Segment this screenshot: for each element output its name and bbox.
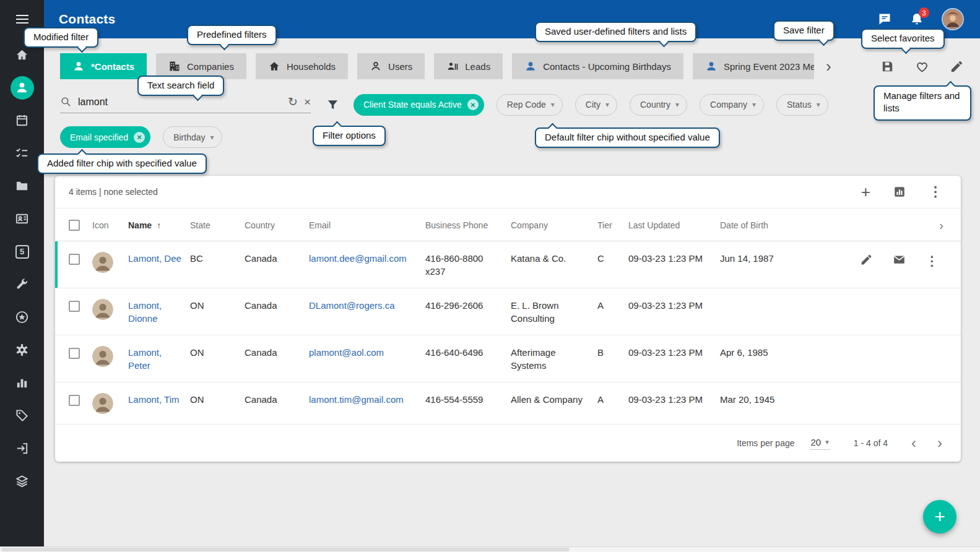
chip-label: Rep Code [507, 100, 546, 110]
sidebar-item-sign-in[interactable] [0, 432, 44, 465]
cell-phone: 416-554-5559 [425, 382, 511, 425]
tab-saved-upcoming-birthdays[interactable]: Contacts - Upcoming Birthdays [512, 53, 683, 79]
tab-households[interactable]: Households [256, 53, 348, 79]
add-contact-fab[interactable]: + [923, 500, 956, 533]
contact-card-icon [15, 212, 29, 226]
callout-manage-filters: Manage filters and lists [874, 85, 971, 121]
column-header-email[interactable]: Email [309, 209, 425, 241]
tab-users[interactable]: Users [357, 53, 425, 79]
refresh-icon[interactable]: ↻ [288, 96, 298, 108]
table-menu-kebab-icon[interactable]: ⋮ [929, 184, 942, 200]
table-row[interactable]: Lamont, Dee BC Canada lamont.dee@gmail.c… [55, 241, 961, 288]
column-header-dob[interactable]: Date of Birth [720, 209, 799, 241]
callout-filter-options: Filter options [313, 126, 386, 146]
person-icon [72, 60, 85, 72]
contact-name-link[interactable]: Lamont, Tim [128, 394, 180, 405]
sidebar-item-settings[interactable] [0, 334, 44, 366]
manage-filters-pencil-icon[interactable] [950, 59, 964, 74]
filter-funnel-icon[interactable] [326, 98, 340, 112]
contact-email-link[interactable]: plamont@aol.com [309, 347, 384, 358]
contact-name-link[interactable]: Lamont, Dee [128, 253, 181, 264]
notifications-bell-icon[interactable]: 3 [909, 12, 924, 27]
save-filter-icon[interactable] [880, 59, 895, 74]
insert-chart-icon[interactable] [893, 185, 906, 199]
sidebar-item-contact-cards[interactable] [0, 202, 44, 235]
table-row[interactable]: Lamont, Tim ON Canada lamont.tim@gmail.c… [55, 382, 961, 425]
sidebar-item-calendar[interactable] [0, 104, 44, 137]
layers-icon [15, 474, 29, 488]
cell-last-updated: 09-03-23 1:23 PM [628, 288, 720, 335]
next-page-icon[interactable]: › [937, 436, 942, 451]
row-checkbox[interactable] [69, 348, 80, 359]
remove-chip-icon[interactable]: × [467, 99, 479, 110]
sidebar-item-notes[interactable]: 5 [0, 235, 44, 268]
remove-chip-icon[interactable]: × [134, 132, 145, 143]
tab-saved-spring-event[interactable]: Spring Event 2023 Me [693, 53, 814, 79]
row-menu-kebab-icon[interactable]: ⋮ [926, 252, 939, 270]
row-checkbox[interactable] [69, 254, 80, 265]
tab-leads[interactable]: Leads [434, 53, 503, 79]
contact-email-link[interactable]: lamont.tim@gmail.com [309, 394, 404, 405]
sidebar-item-tools[interactable] [0, 268, 44, 301]
filter-chip-country[interactable]: Country ▾ [630, 94, 687, 116]
items-per-page-select[interactable]: 20 ▾ [810, 437, 830, 450]
row-checkbox[interactable] [69, 301, 80, 312]
selection-summary: 4 items | none selected [69, 187, 158, 197]
contact-name-link[interactable]: Lamont, Dionne [128, 300, 162, 324]
callout-text: Modified filter [33, 32, 89, 42]
column-header-company[interactable]: Company [511, 209, 597, 241]
filter-actions [880, 59, 964, 74]
sidebar-item-layers[interactable] [0, 465, 44, 498]
column-header-phone[interactable]: Business Phone [425, 209, 511, 241]
callout-text: Text search field [147, 80, 214, 90]
favorites-heart-icon[interactable] [915, 59, 929, 74]
column-header-last-updated[interactable]: Last Updated [628, 209, 720, 241]
search-input[interactable] [78, 97, 282, 108]
sidebar-item-tags[interactable] [0, 399, 44, 432]
user-avatar[interactable] [942, 8, 964, 30]
more-columns-chevron-icon[interactable]: › [799, 209, 961, 241]
send-email-envelope-icon[interactable] [893, 253, 906, 269]
column-header-name[interactable]: Name↑ [128, 209, 190, 241]
star-circle-icon [15, 310, 29, 324]
cell-company: Katana & Co. [511, 241, 597, 288]
filter-chip-rep-code[interactable]: Rep Code ▾ [497, 94, 563, 116]
sidebar-item-documents[interactable] [0, 170, 44, 202]
table-row[interactable]: Lamont, Dionne ON Canada DLamont@rogers.… [55, 288, 961, 335]
filter-chip-birthday[interactable]: Birthday ▾ [163, 126, 222, 148]
contact-name-link[interactable]: Lamont, Peter [128, 347, 162, 371]
chat-icon[interactable] [877, 12, 892, 27]
cell-tier: A [597, 382, 628, 425]
filter-chip-email-specified[interactable]: Email specified × [60, 126, 150, 148]
contact-email-link[interactable]: DLamont@rogers.ca [309, 300, 395, 311]
edit-pencil-icon[interactable] [860, 253, 873, 269]
row-checkbox[interactable] [69, 395, 80, 406]
column-header-tier[interactable]: Tier [597, 209, 628, 241]
chevron-down-icon: ▾ [752, 100, 756, 109]
sidebar-item-favorites[interactable] [0, 301, 44, 334]
table-row[interactable]: Lamont, Peter ON Canada plamont@aol.com … [55, 335, 961, 382]
filter-chip-city[interactable]: City ▾ [575, 94, 617, 116]
sidebar-item-contacts[interactable] [0, 71, 44, 104]
select-all-checkbox[interactable] [69, 220, 80, 231]
callout-modified-filter: Modified filter [24, 27, 98, 48]
filter-chip-status[interactable]: Status ▾ [776, 94, 828, 116]
previous-page-icon[interactable]: ‹ [911, 436, 916, 451]
sidebar-item-reports[interactable] [0, 366, 44, 399]
tab-contacts[interactable]: *Contacts [60, 53, 147, 79]
filter-chip-client-state[interactable]: Client State equals Active × [353, 94, 484, 116]
column-header-state[interactable]: State [190, 209, 245, 241]
cell-dob: Apr 6, 1985 [720, 335, 799, 382]
pagination: Items per page 20 ▾ 1 - 4 of 4 ‹ › [55, 425, 961, 451]
contact-email-link[interactable]: lamont.dee@gmail.com [309, 253, 407, 264]
add-column-plus-icon[interactable]: + [861, 184, 870, 200]
sidebar-nav: 5 [0, 38, 44, 498]
cell-state: ON [190, 335, 245, 382]
card-toolbar: 4 items | none selected + ⋮ [55, 176, 961, 208]
filter-chip-company[interactable]: Company ▾ [700, 94, 764, 116]
horizontal-scrollbar[interactable] [0, 546, 980, 552]
scrollbar-thumb[interactable] [1, 548, 570, 551]
tabs-overflow-chevron-icon[interactable]: › [823, 58, 834, 74]
clear-search-icon[interactable]: × [304, 96, 311, 108]
column-header-country[interactable]: Country [245, 209, 309, 241]
